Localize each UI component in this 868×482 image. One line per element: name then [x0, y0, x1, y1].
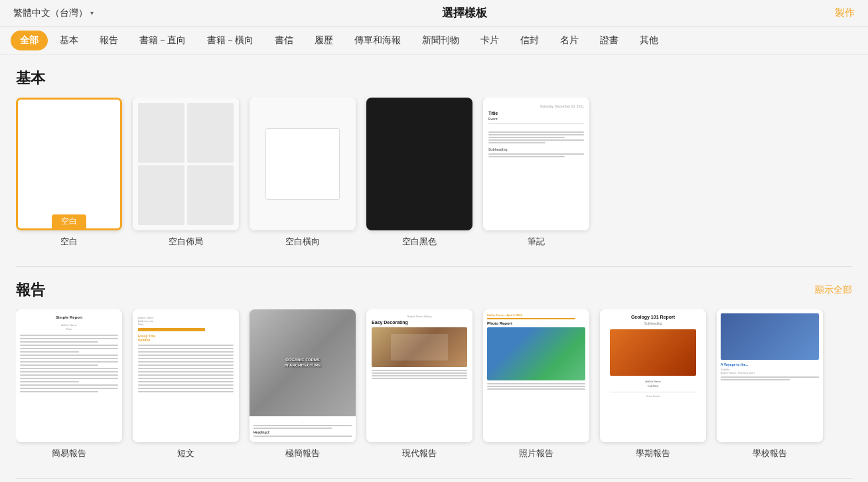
create-button[interactable]: 製作 — [835, 7, 855, 19]
divider-report-book — [16, 478, 852, 479]
template-label-blank-layout: 空白佈局 — [169, 236, 203, 248]
tab-book-landscape[interactable]: 書籍－橫向 — [198, 31, 263, 50]
template-blank-layout[interactable]: 空白佈局 — [133, 98, 239, 248]
template-notes[interactable]: Saturday, December 10, 2011 Title Event … — [483, 98, 589, 248]
top-bar: 繁體中文（台灣） ▾ 選擇樣板 製作 — [0, 0, 868, 27]
template-label-notes: 筆記 — [528, 236, 545, 248]
section-basic-title: 基本 — [16, 68, 45, 88]
template-label-school-report: 學校報告 — [753, 447, 787, 459]
template-thumb-blank-horizontal — [250, 98, 356, 230]
show-all-report-button[interactable]: 顯示全部 — [815, 284, 852, 296]
language-label: 繁體中文（台灣） — [13, 7, 88, 19]
school-image — [721, 313, 819, 360]
blank-layout-preview — [133, 98, 239, 230]
basic-template-grid: 空白 空白 空白佈局 — [16, 98, 852, 248]
language-selector[interactable]: 繁體中文（台灣） ▾ — [13, 7, 94, 19]
arch-text: ... Heading 2 — [250, 416, 356, 442]
template-blank-horizontal[interactable]: 空白橫向 — [250, 98, 356, 248]
template-essay[interactable]: Author NameAddress LineDate Essay TitleS… — [133, 309, 239, 459]
template-label-photo-report: 照片報告 — [519, 447, 553, 459]
template-minimal-report[interactable]: ORGANIC FORMSIN ARCHITECTURE ... Heading… — [250, 309, 356, 459]
tab-all[interactable]: 全部 — [11, 31, 48, 50]
notes-preview: Saturday, December 10, 2011 Title Event … — [483, 98, 589, 230]
template-label-term-paper: 學期報告 — [636, 447, 670, 459]
blank-horizontal-preview — [250, 98, 356, 230]
chevron-down-icon: ▾ — [90, 9, 94, 17]
section-basic-header: 基本 — [16, 68, 852, 88]
template-label-essay: 短文 — [177, 447, 194, 459]
template-thumb-blank-layout — [133, 98, 239, 230]
template-label-blank-horizontal: 空白橫向 — [285, 236, 320, 248]
page-title: 選擇樣板 — [442, 5, 487, 21]
modern-image — [372, 327, 467, 367]
arch-image: ORGANIC FORMSIN ARCHITECTURE — [250, 309, 356, 416]
report-template-grid: Simple Report Author NameDate — [16, 309, 852, 459]
template-thumb-simple-report: Simple Report Author NameDate — [16, 309, 122, 442]
tab-report[interactable]: 報告 — [90, 31, 127, 50]
blank-preview — [18, 100, 120, 228]
arch-preview: ORGANIC FORMSIN ARCHITECTURE ... Heading… — [250, 309, 356, 442]
section-report-header: 報告 顯示全部 — [16, 280, 852, 300]
section-report: 報告 顯示全部 Simple Report Author NameDate — [16, 280, 852, 459]
term-image — [610, 329, 696, 376]
main-content: 基本 空白 空白 空白佈局 — [0, 55, 868, 480]
divider-basic-report — [16, 266, 852, 267]
template-photo-report[interactable]: Stellar Times – April 4, 2023 Photo Repo… — [483, 309, 589, 459]
template-thumb-essay: Author NameAddress LineDate Essay TitleS… — [133, 309, 239, 442]
school-preview: A Voyage to the... SubtitleAuthor Name, … — [717, 309, 823, 442]
tab-flyer[interactable]: 傳單和海報 — [345, 31, 410, 50]
tab-newsletter[interactable]: 新聞刊物 — [413, 31, 469, 50]
horizontal-inner — [265, 128, 340, 200]
tab-letter[interactable]: 書信 — [265, 31, 303, 50]
template-simple-report[interactable]: Simple Report Author NameDate — [16, 309, 122, 459]
tab-basic[interactable]: 基本 — [50, 31, 88, 50]
tab-business-card[interactable]: 名片 — [551, 31, 588, 50]
modern-preview: Simple Home Styling Easy Decorating — [366, 309, 472, 442]
template-thumb-minimal-report: ORGANIC FORMSIN ARCHITECTURE ... Heading… — [250, 309, 356, 442]
template-label-blank-black: 空白黑色 — [402, 236, 437, 248]
tab-resume[interactable]: 履歷 — [305, 31, 342, 50]
template-thumb-blank: 空白 — [16, 98, 122, 230]
template-label-blank: 空白 — [60, 236, 78, 248]
template-label-simple-report: 簡易報告 — [52, 447, 86, 459]
template-label-modern-report: 現代報告 — [402, 447, 437, 459]
template-blank-black[interactable]: 空白黑色 — [366, 98, 472, 248]
tab-envelope[interactable]: 信封 — [511, 31, 548, 50]
section-basic: 基本 空白 空白 空白佈局 — [16, 68, 852, 248]
template-term-paper[interactable]: Geology 101 Report Subheading Author Nam… — [600, 309, 706, 459]
tab-book-portrait[interactable]: 書籍－直向 — [130, 31, 195, 50]
template-school-report[interactable]: A Voyage to the... SubtitleAuthor Name, … — [717, 309, 823, 459]
template-thumb-term-paper: Geology 101 Report Subheading Author Nam… — [600, 309, 706, 442]
template-thumb-notes: Saturday, December 10, 2011 Title Event … — [483, 98, 589, 230]
template-thumb-blank-black — [366, 98, 472, 230]
template-label-minimal-report: 極簡報告 — [285, 447, 320, 459]
photo-image — [487, 327, 585, 380]
section-report-title: 報告 — [16, 280, 45, 300]
blank-black-preview — [366, 98, 472, 230]
selected-badge: 空白 — [52, 214, 86, 228]
template-thumb-school-report: A Voyage to the... SubtitleAuthor Name, … — [717, 309, 823, 442]
tab-certificate[interactable]: 證書 — [591, 31, 628, 50]
tab-card[interactable]: 卡片 — [471, 31, 508, 50]
simple-report-preview: Simple Report Author NameDate — [16, 309, 122, 442]
template-thumb-photo-report: Stellar Times – April 4, 2023 Photo Repo… — [483, 309, 589, 442]
tab-other[interactable]: 其他 — [630, 31, 668, 50]
template-modern-report[interactable]: Simple Home Styling Easy Decorating 現代報告 — [366, 309, 472, 459]
template-thumb-modern-report: Simple Home Styling Easy Decorating — [366, 309, 472, 442]
photo-preview: Stellar Times – April 4, 2023 Photo Repo… — [483, 309, 589, 442]
template-blank[interactable]: 空白 空白 — [16, 98, 122, 248]
term-preview: Geology 101 Report Subheading Author Nam… — [600, 309, 706, 442]
category-tabs: 全部基本報告書籍－直向書籍－橫向書信履歷傳單和海報新聞刊物卡片信封名片證書其他 — [0, 27, 868, 55]
essay-preview: Author NameAddress LineDate Essay TitleS… — [133, 309, 239, 442]
